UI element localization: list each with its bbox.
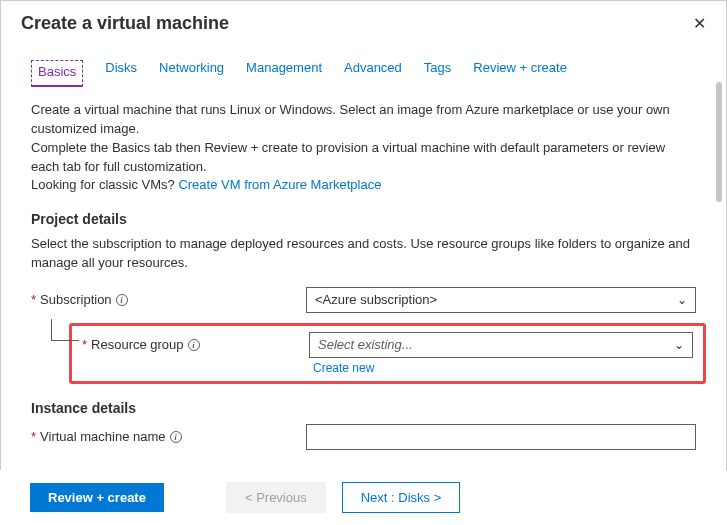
vm-name-input[interactable] [306,424,696,450]
tab-basics[interactable]: Basics [31,60,83,87]
chevron-down-icon: ⌄ [674,338,684,352]
subscription-select[interactable]: <Azure subscription> ⌄ [306,287,696,313]
resource-group-select[interactable]: Select existing... ⌄ [309,332,693,358]
resource-group-label: Resource group [91,337,184,352]
tab-tags[interactable]: Tags [424,60,451,87]
subscription-value: <Azure subscription> [315,292,437,307]
project-details-heading: Project details [31,211,696,227]
intro-line3-prefix: Looking for classic VMs? [31,177,178,192]
resource-group-placeholder: Select existing... [318,337,413,352]
tab-disks[interactable]: Disks [105,60,137,87]
tab-networking[interactable]: Networking [159,60,224,87]
scrollbar-track[interactable] [716,82,722,462]
instance-details-heading: Instance details [31,400,696,416]
close-icon[interactable]: ✕ [693,14,706,33]
tab-management[interactable]: Management [246,60,322,87]
info-icon[interactable]: i [116,294,128,306]
subscription-label: Subscription [40,292,112,307]
info-icon[interactable]: i [188,339,200,351]
tab-list: Basics Disks Networking Management Advan… [31,60,696,87]
project-details-desc: Select the subscription to manage deploy… [31,235,696,273]
intro-text: Create a virtual machine that runs Linux… [31,101,696,195]
next-button[interactable]: Next : Disks > [342,482,461,513]
resource-group-row: * Resource group i Select existing... ⌄ [82,332,693,358]
chevron-down-icon: ⌄ [677,293,687,307]
resource-group-field: Select existing... ⌄ [309,332,693,358]
previous-button: < Previous [226,482,326,513]
info-icon[interactable]: i [170,431,182,443]
resource-group-label-wrap: * Resource group i [82,337,309,352]
dialog-header: Create a virtual machine ✕ [1,1,726,42]
vm-name-label: Virtual machine name [40,429,166,444]
vm-name-row: * Virtual machine name i [31,424,696,450]
dialog-title: Create a virtual machine [21,13,229,34]
tab-review[interactable]: Review + create [473,60,567,87]
content: Basics Disks Networking Management Advan… [1,42,726,470]
required-marker: * [31,292,36,307]
intro-line2: Complete the Basics tab then Review + cr… [31,140,665,174]
required-marker: * [31,429,36,444]
content-wrapper: Basics Disks Networking Management Advan… [1,42,726,474]
scrollbar-thumb[interactable] [716,82,722,202]
tab-advanced[interactable]: Advanced [344,60,402,87]
resource-group-highlight: * Resource group i Select existing... ⌄ … [69,323,706,384]
subscription-row: * Subscription i <Azure subscription> ⌄ [31,287,696,313]
vm-name-field [306,424,696,450]
intro-line1: Create a virtual machine that runs Linux… [31,102,670,136]
tree-connector [51,319,79,341]
required-marker: * [82,337,87,352]
resource-group-wrapper: * Resource group i Select existing... ⌄ … [31,323,696,384]
vm-name-label-wrap: * Virtual machine name i [31,429,306,444]
subscription-field: <Azure subscription> ⌄ [306,287,696,313]
marketplace-link[interactable]: Create VM from Azure Marketplace [178,177,381,192]
subscription-label-wrap: * Subscription i [31,292,306,307]
review-create-button[interactable]: Review + create [30,483,164,512]
create-new-link[interactable]: Create new [313,361,374,375]
footer: Review + create < Previous Next : Disks … [0,470,727,525]
